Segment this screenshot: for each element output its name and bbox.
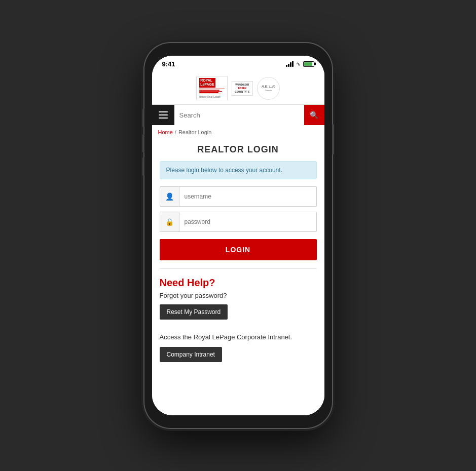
windsor-logo: WINDSOR ESSEX COUNTY'S bbox=[232, 81, 253, 96]
forgot-password-text: Forgot your password? bbox=[160, 292, 317, 299]
lock-icon: 🔒 bbox=[160, 212, 179, 231]
phone-screen: 9:41 ∿ ROYALLePAGE bbox=[152, 56, 324, 415]
hamburger-line-1 bbox=[159, 111, 168, 112]
ontario-logo: A.E. L.P. Ontario bbox=[257, 77, 280, 100]
status-bar: 9:41 ∿ bbox=[152, 56, 324, 72]
breadcrumb: Home / Realtor Login bbox=[152, 125, 324, 139]
need-help-title: Need Help? bbox=[160, 277, 317, 289]
search-bar: 🔍 bbox=[174, 105, 324, 125]
user-icon: 👤 bbox=[160, 187, 179, 206]
royal-lepage-subtitle: Binder Real Estate bbox=[199, 95, 221, 98]
username-field-group: 👤 bbox=[160, 186, 317, 207]
hamburger-line-2 bbox=[159, 114, 168, 115]
page-title: REALTOR LOGIN bbox=[160, 144, 317, 155]
login-button[interactable]: LOGIN bbox=[160, 239, 317, 260]
reset-password-button[interactable]: Reset My Password bbox=[160, 304, 228, 320]
password-input[interactable] bbox=[179, 212, 316, 231]
app-content: ROYALLePAGE Binder Real Estate WINDSOR E… bbox=[152, 72, 324, 415]
divider bbox=[160, 268, 317, 269]
phone-notch bbox=[208, 43, 269, 54]
royal-lepage-red-box: ROYALLePAGE bbox=[199, 78, 215, 88]
info-message: Please login below to access your accoun… bbox=[160, 161, 317, 179]
header-logos: ROYALLePAGE Binder Real Estate WINDSOR E… bbox=[152, 72, 324, 105]
royal-lepage-logo: ROYALLePAGE Binder Real Estate bbox=[196, 76, 228, 100]
main-content: REALTOR LOGIN Please login below to acce… bbox=[152, 139, 324, 372]
search-icon: 🔍 bbox=[310, 111, 318, 119]
username-input[interactable] bbox=[179, 187, 316, 206]
battery-icon bbox=[303, 61, 314, 67]
hamburger-button[interactable] bbox=[152, 105, 174, 125]
royal-lepage-lines bbox=[199, 89, 225, 95]
intranet-access-text: Access the Royal LePage Corporate Intran… bbox=[160, 333, 317, 342]
breadcrumb-separator: / bbox=[175, 129, 176, 135]
search-input[interactable] bbox=[174, 105, 304, 125]
breadcrumb-home-link[interactable]: Home bbox=[158, 129, 173, 135]
nav-bar: 🔍 bbox=[152, 105, 324, 125]
hamburger-line-3 bbox=[159, 117, 168, 119]
company-intranet-button[interactable]: Company Intranet bbox=[160, 347, 222, 362]
password-field-group: 🔒 bbox=[160, 212, 317, 232]
wifi-icon: ∿ bbox=[296, 61, 301, 67]
status-icons: ∿ bbox=[286, 61, 314, 67]
status-time: 9:41 bbox=[162, 60, 175, 68]
search-button[interactable]: 🔍 bbox=[304, 105, 324, 125]
phone-device: 9:41 ∿ ROYALLePAGE bbox=[144, 43, 332, 428]
signal-icon bbox=[286, 61, 294, 67]
breadcrumb-current: Realtor Login bbox=[178, 129, 211, 135]
